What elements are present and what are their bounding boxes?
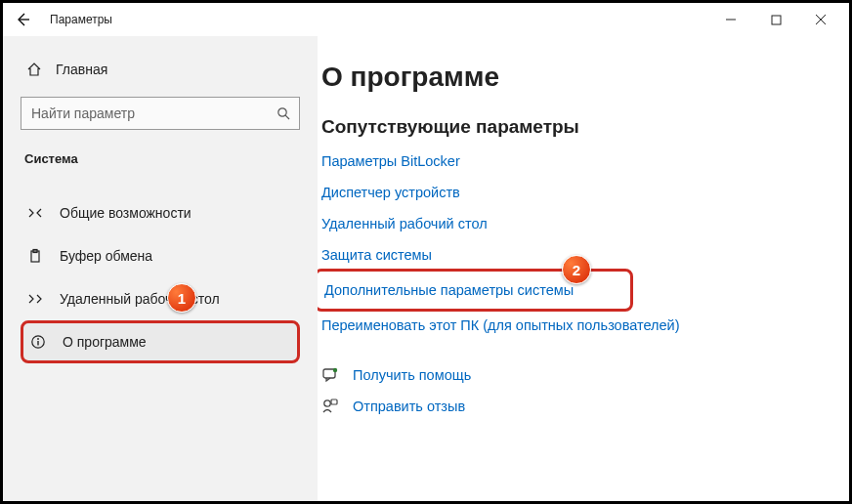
home-label: Главная [56, 62, 107, 77]
nav-label: Общие возможности [60, 205, 192, 221]
feedback-label: Отправить отзыв [353, 399, 465, 414]
home-link[interactable]: Главная [21, 50, 300, 89]
maximize-button[interactable] [753, 5, 798, 34]
svg-point-12 [333, 368, 337, 372]
svg-point-13 [324, 400, 330, 406]
svg-rect-14 [331, 399, 337, 404]
clipboard-icon [26, 248, 44, 264]
link-remote-desktop[interactable]: Удаленный рабочий стол [321, 216, 849, 231]
nav-label: О программе [63, 334, 147, 350]
help-label: Получить помощь [353, 367, 471, 383]
info-icon [29, 334, 47, 350]
sidebar: Главная Найти параметр Система Общие воз… [3, 36, 318, 501]
feedback-icon [321, 398, 339, 415]
search-input[interactable]: Найти параметр [21, 97, 300, 130]
related-links: Параметры BitLocker Диспетчер устройств … [318, 153, 849, 333]
svg-point-4 [278, 107, 286, 115]
nav-remote-desktop[interactable]: Удаленный рабочий стол 1 [21, 277, 300, 320]
settings-window: Параметры Главная Найти параметр [3, 3, 849, 501]
link-advanced-system-settings[interactable]: Дополнительные параметры системы [324, 282, 574, 298]
section-system: Система [21, 151, 300, 166]
nav-clipboard[interactable]: Буфер обмена [21, 234, 300, 277]
get-help-link[interactable]: Получить помощь [321, 366, 849, 384]
svg-rect-1 [772, 16, 781, 24]
close-button[interactable] [798, 5, 843, 34]
annotation-badge-2: 2 [562, 255, 591, 284]
minimize-button[interactable] [708, 5, 753, 34]
nav-label: Буфер обмена [60, 248, 152, 264]
main-content: О программе Сопутствующие параметры Пара… [318, 36, 849, 501]
help-icon [321, 366, 339, 384]
back-button[interactable] [15, 12, 36, 27]
home-icon [26, 62, 42, 77]
window-title: Параметры [50, 13, 112, 26]
page-title: О программе [318, 62, 849, 93]
annotation-badge-1: 1 [167, 283, 196, 313]
search-placeholder: Найти параметр [31, 105, 277, 121]
related-heading: Сопутствующие параметры [318, 116, 849, 138]
svg-line-5 [285, 115, 289, 119]
nav-list: Общие возможности Буфер обмена Удаленный… [21, 191, 300, 363]
titlebar: Параметры [3, 3, 849, 36]
feedback-link[interactable]: Отправить отзыв [321, 398, 849, 415]
link-bitlocker[interactable]: Параметры BitLocker [321, 153, 849, 169]
nav-shared-experiences[interactable]: Общие возможности [21, 191, 300, 234]
shared-icon [26, 205, 44, 221]
remote-icon [26, 291, 44, 307]
footer-links: Получить помощь Отправить отзыв [318, 366, 849, 415]
nav-about[interactable]: О программе [21, 320, 300, 363]
svg-point-9 [37, 338, 39, 340]
link-device-manager[interactable]: Диспетчер устройств [321, 185, 849, 200]
link-rename-pc[interactable]: Переименовать этот ПК (для опытных польз… [321, 317, 849, 333]
search-icon [277, 106, 291, 121]
